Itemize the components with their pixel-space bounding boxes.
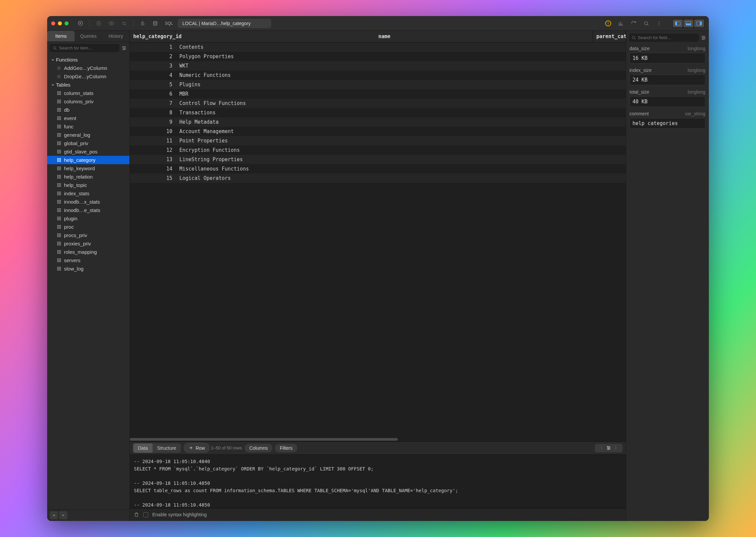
more-icon[interactable] [654, 18, 664, 28]
tree-item[interactable]: roles_mapping [47, 248, 129, 256]
table-row[interactable]: 9Help Metadata [130, 117, 626, 127]
sidebar-search[interactable] [50, 44, 119, 52]
tree-item[interactable]: general_log [47, 131, 129, 139]
horizontal-scrollbar[interactable] [130, 437, 626, 441]
table-row[interactable]: 6MBR [130, 89, 626, 99]
cell-parent [593, 71, 626, 80]
left-panel-toggle[interactable] [673, 19, 683, 27]
add-row-button[interactable]: ＋Row [184, 443, 210, 453]
sidebar-tab-history[interactable]: History [102, 31, 129, 41]
database-icon[interactable] [150, 18, 160, 28]
field-value[interactable]: help categories [630, 118, 705, 129]
tree-item[interactable]: gtid_slave_pos [47, 147, 129, 156]
field-value[interactable]: 16 KB [630, 53, 705, 64]
tree-item-label: help_relation [64, 174, 93, 180]
tree-item[interactable]: help_relation [47, 173, 129, 181]
svg-point-8 [659, 21, 659, 22]
minimize-window-button[interactable] [58, 21, 62, 25]
eye-icon[interactable] [106, 18, 116, 28]
field-value[interactable]: 24 KB [630, 75, 705, 85]
sliders-icon[interactable] [119, 18, 129, 28]
tree-item[interactable]: slow_log [47, 264, 129, 273]
inspector-filter-icon[interactable] [701, 35, 706, 40]
lock-icon[interactable] [137, 18, 148, 28]
tree-item[interactable]: proc [47, 223, 129, 231]
table-row[interactable]: 7Control Flow Functions [130, 99, 626, 108]
tree-item[interactable]: AddGeo…yColumn [47, 64, 129, 72]
data-body[interactable]: 1Contents2Polygon Properties3WKT4Numeric… [130, 42, 626, 437]
pager-settings-icon[interactable] [606, 445, 611, 450]
refresh-icon[interactable] [629, 18, 639, 28]
table-row[interactable]: 15Logical Operators [130, 174, 626, 183]
table-row[interactable]: 10Account Management [130, 127, 626, 136]
tree-item[interactable]: func [47, 122, 129, 131]
table-icon [57, 241, 61, 246]
bottom-panel-toggle[interactable] [683, 19, 693, 27]
table-row[interactable]: 8Transactions [130, 108, 626, 117]
tree-item[interactable]: column_stats [47, 89, 129, 97]
tree-item[interactable]: DropGe…yColumn [47, 72, 129, 81]
zoom-window-button[interactable] [65, 21, 69, 25]
tree-item[interactable]: global_priv [47, 139, 129, 147]
table-icon [57, 99, 61, 104]
inspector-search[interactable] [629, 33, 699, 42]
structure-tab[interactable]: Structure [153, 443, 181, 453]
tree-item[interactable]: event [47, 114, 129, 122]
tree-item[interactable]: help_category [47, 156, 129, 164]
table-row[interactable]: 11Point Properties [130, 136, 626, 145]
prev-page-button[interactable]: 〈 [598, 445, 603, 451]
close-window-button[interactable] [51, 21, 55, 25]
tree-item[interactable]: columns_priv [47, 97, 129, 106]
inspector-search-input[interactable] [638, 35, 696, 40]
compass-icon[interactable] [75, 18, 85, 28]
svg-point-21 [702, 36, 703, 37]
tree-group-functions[interactable]: Functions [47, 56, 129, 64]
table-row[interactable]: 3WKT [130, 61, 626, 71]
chart-icon[interactable] [616, 18, 626, 28]
table-row[interactable]: 14Miscellaneous Functions [130, 164, 626, 174]
cell-parent [593, 89, 626, 99]
table-row[interactable]: 5Plugins [130, 80, 626, 89]
cell-name: Account Management [176, 127, 593, 136]
collapse-button[interactable] [59, 511, 67, 519]
column-header[interactable]: help_category_id [130, 31, 176, 42]
tree-item[interactable]: help_keyword [47, 164, 129, 173]
data-tab[interactable]: Data [133, 443, 153, 453]
table-row[interactable]: 13LineString Properties [130, 155, 626, 164]
sidebar-filter-icon[interactable] [121, 45, 127, 51]
column-header[interactable]: name [176, 31, 593, 42]
sidebar-search-input[interactable] [59, 45, 117, 50]
tree-item[interactable]: index_stats [47, 189, 129, 198]
syntax-checkbox[interactable] [143, 512, 148, 517]
right-panel-toggle[interactable] [694, 19, 704, 27]
warning-icon[interactable]: ! [603, 18, 613, 28]
sidebar-tab-queries[interactable]: Queries [75, 31, 102, 41]
tree-group-tables[interactable]: Tables [47, 81, 129, 89]
tree-item[interactable]: servers [47, 256, 129, 264]
pager-nav: 〈 〉 [595, 444, 623, 452]
tree-item[interactable]: db [47, 106, 129, 114]
trash-icon[interactable] [134, 512, 139, 517]
tree-item[interactable]: procs_priv [47, 231, 129, 239]
table-row[interactable]: 1Contents [130, 42, 626, 52]
tree-item[interactable]: innodb…e_stats [47, 206, 129, 214]
sql-console[interactable]: -- 2024-09-18 11:05:10.4840 SELECT * FRO… [130, 455, 626, 508]
cancel-icon[interactable] [94, 18, 104, 28]
tree-item[interactable]: innodb…x_stats [47, 198, 129, 206]
table-row[interactable]: 2Polygon Properties [130, 52, 626, 61]
sidebar-tab-items[interactable]: Items [47, 31, 75, 41]
search-icon[interactable] [641, 18, 651, 28]
table-row[interactable]: 12Encryption Functions [130, 145, 626, 155]
table-icon [57, 108, 61, 112]
columns-button[interactable]: Columns [245, 444, 272, 452]
tree-item[interactable]: help_topic [47, 181, 129, 189]
field-value[interactable]: 40 KB [630, 96, 705, 107]
column-header[interactable]: parent_categ [593, 31, 626, 42]
filters-button[interactable]: Filters [275, 444, 297, 452]
tree-item[interactable]: proxies_priv [47, 239, 129, 248]
tree-item[interactable]: plugin [47, 214, 129, 223]
location-bar[interactable]: LOCAL | MariaD…help_category [178, 19, 271, 28]
table-row[interactable]: 4Numeric Functions [130, 71, 626, 80]
next-page-button[interactable]: 〉 [615, 445, 619, 451]
add-button[interactable]: ＋ [50, 511, 58, 519]
